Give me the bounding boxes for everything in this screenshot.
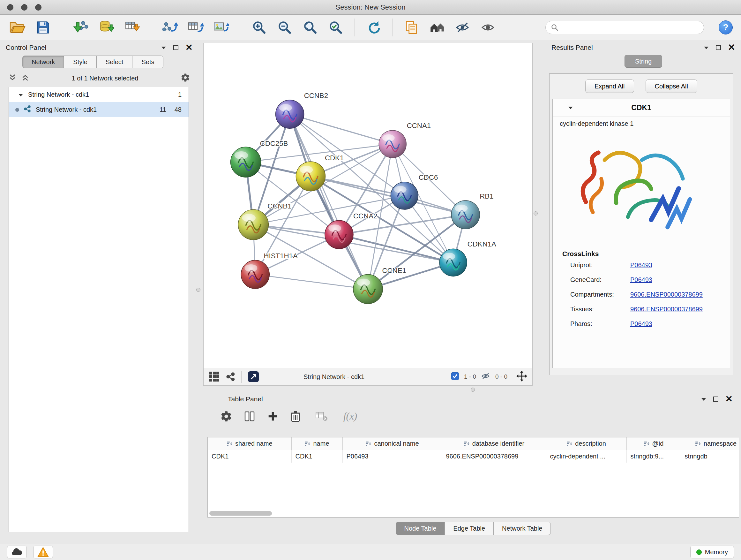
expand-all-icon[interactable] [21,73,29,83]
hidden-eye-icon[interactable] [481,372,491,381]
search-box[interactable] [545,21,704,34]
table-panel-menu-icon[interactable] [701,397,706,401]
export-image-button[interactable] [212,18,230,37]
open-session-button[interactable] [8,18,27,37]
tab-network-table[interactable]: Network Table [493,522,551,535]
import-network-from-database-button[interactable] [97,18,116,37]
column-header-name[interactable]: name [291,437,342,450]
horizontal-splitter-handle[interactable] [471,388,475,392]
control-panel-float-icon[interactable] [173,45,179,50]
network-node-CCNE1[interactable] [353,274,383,304]
create-column-button[interactable] [267,410,279,422]
network-edge-CCNB2-CCNA1[interactable] [290,114,393,144]
network-node-HIST1H1A[interactable] [241,260,269,289]
crosslink-link[interactable]: 9606.ENSP00000378699 [630,306,703,313]
network-node-CDC6[interactable] [391,182,418,209]
export-network-button[interactable] [161,18,179,37]
cloud-button[interactable] [7,546,27,558]
scrollbar-thumb[interactable] [209,511,272,516]
grid-view-button[interactable] [209,371,220,382]
network-node-CCNB2[interactable] [276,100,304,128]
tab-sets[interactable]: Sets [132,56,163,68]
delete-table-button[interactable] [315,411,328,422]
column-header-id[interactable]: @id [626,437,681,450]
zoom-window-button[interactable] [35,4,42,10]
column-header-canonical-name[interactable]: canonical name [342,437,442,450]
network-node-CDC25B[interactable] [231,147,261,177]
copy-document-button[interactable] [402,18,421,37]
selected-checkbox-icon[interactable] [451,372,460,382]
function-builder-icon[interactable]: f(x) [343,411,357,422]
network-edge-CCNE1-HIST1H1A[interactable] [255,274,368,289]
network-node-CDK1[interactable] [296,162,325,191]
expand-all-button[interactable]: Expand All [585,79,634,93]
protein-caret-icon[interactable] [568,105,573,111]
table-settings-button[interactable] [220,410,232,422]
right-splitter-handle[interactable] [534,211,538,215]
collapse-all-icon[interactable] [8,73,17,83]
table-horizontal-scrollbar[interactable] [209,511,737,516]
results-panel-close-icon[interactable]: ✕ [728,43,735,52]
crosslink-link[interactable]: P06493 [630,261,652,269]
search-input[interactable] [562,23,698,31]
crosslink-link[interactable]: 9606.ENSP00000378699 [630,291,703,298]
tab-network[interactable]: Network [22,56,64,68]
network-collection-row[interactable]: String Network - cdk1 1 [9,87,189,102]
save-session-button[interactable] [34,18,52,37]
crosslink-link[interactable]: P06493 [630,276,652,284]
results-panel-menu-icon[interactable] [704,46,709,50]
delete-column-button[interactable] [290,410,301,423]
tab-select[interactable]: Select [96,56,133,68]
zoom-in-button[interactable] [250,18,268,37]
close-window-button[interactable] [7,4,13,10]
network-node-CCNB1[interactable] [238,209,268,240]
crosslink-link[interactable]: P06493 [630,320,652,327]
results-panel-float-icon[interactable] [716,45,721,50]
network-node-CCNA2[interactable] [325,220,353,249]
collapse-all-button[interactable]: Collapse All [646,79,697,93]
show-all-button[interactable] [479,18,497,37]
import-network-from-file-button[interactable] [72,18,90,37]
zoom-selected-button[interactable] [327,18,345,37]
crosslink-label: Uniprot: [570,261,630,269]
help-button[interactable]: ? [719,20,733,35]
refresh-view-button[interactable] [364,18,383,37]
tab-node-table[interactable]: Node Table [396,522,445,535]
export-table-button[interactable] [186,18,205,37]
network-graph[interactable]: CCNB2CCNA1CDC25BCDK1CDC6RB1CCNB1CCNA2CDK… [204,43,532,368]
left-splitter-handle[interactable] [196,288,200,292]
control-panel-close-icon[interactable]: ✕ [185,43,193,52]
network-node-CDKN1A[interactable] [440,249,467,276]
zoom-out-button[interactable] [275,18,294,37]
move-crosshair-icon[interactable] [516,371,527,383]
column-header-description[interactable]: description [546,437,626,450]
zoom-fit-button[interactable] [301,18,320,37]
protein-header[interactable]: CDK1 [553,99,730,117]
tree-caret-icon[interactable] [18,91,23,98]
network-row[interactable]: String Network - cdk1 11 48 [9,102,189,117]
tab-string[interactable]: String [624,55,662,68]
table-panel-float-icon[interactable] [713,396,718,401]
control-panel-menu-icon[interactable] [161,46,166,50]
network-node-RB1[interactable] [451,200,480,229]
table-row[interactable]: CDK1CDK1P064939606.ENSP00000378699cyclin… [208,450,739,462]
birdseye-view-button[interactable] [226,372,235,381]
column-header-shared-name[interactable]: shared name [208,437,291,450]
gear-icon[interactable] [181,73,190,84]
show-columns-button[interactable] [243,410,256,423]
network-canvas[interactable]: CCNB2CCNA1CDC25BCDK1CDC6RB1CCNB1CCNA2CDK… [203,43,533,368]
network-edge-CCNB2-CCNE1[interactable] [290,114,368,289]
table-panel-close-icon[interactable]: ✕ [725,395,733,403]
homes-button[interactable] [428,18,447,37]
minimize-window-button[interactable] [21,4,27,10]
column-header-namespace[interactable]: namespace [681,437,739,450]
export-view-button[interactable] [247,371,259,383]
tab-edge-table[interactable]: Edge Table [445,522,494,535]
network-node-CCNA1[interactable] [379,130,406,158]
import-table-from-file-button[interactable] [123,18,141,37]
column-header-database-identifier[interactable]: database identifier [442,437,546,450]
warnings-button[interactable] [33,546,53,558]
hide-elements-button[interactable] [454,18,472,37]
memory-button[interactable]: Memory [690,546,734,558]
tab-style[interactable]: Style [64,56,96,68]
